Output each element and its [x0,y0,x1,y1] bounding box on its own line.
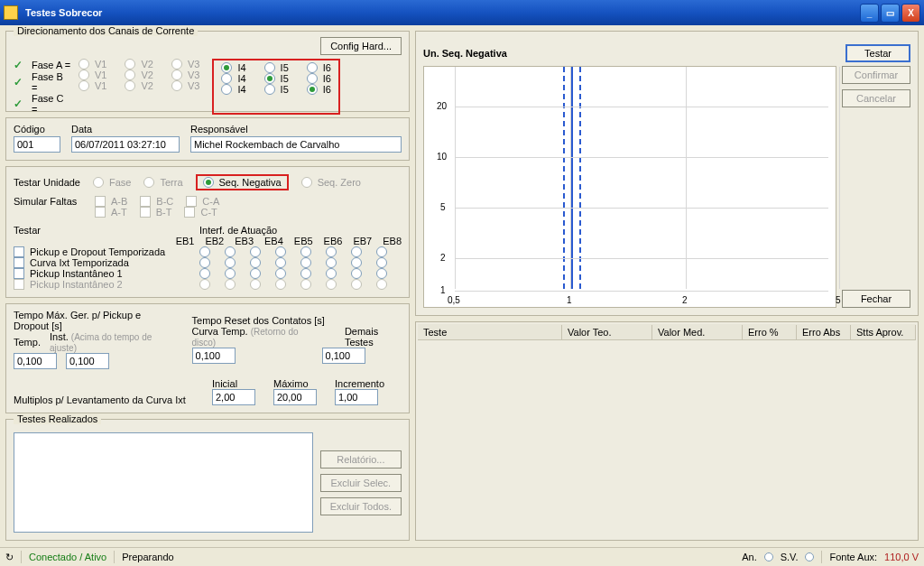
t2-check[interactable] [14,257,24,268]
fase-radio [93,177,104,188]
close-button[interactable]: X [901,4,920,23]
prep-status: Preparando [122,552,174,562]
inicial-input[interactable] [212,389,255,405]
curva-input[interactable] [192,348,236,364]
check-icon: ✓ [14,97,23,110]
codigo-input[interactable] [14,136,60,153]
i6-b-radio[interactable] [307,73,318,84]
sv-indicator [805,552,814,561]
i4-a-radio[interactable] [221,62,232,73]
titlebar: Testes Sobrecor _ ▭ X [0,0,924,25]
identification-group: Código Data Responsável [5,117,410,161]
an-indicator [764,552,773,561]
test-config-group: Testar Unidade Fase Terra Seq. Negativa … [5,166,410,298]
i6-c-radio[interactable] [307,84,318,95]
t3-check[interactable] [14,268,24,279]
results-header: Teste Valor Teo. Valor Med. Erro % Erro … [418,324,916,340]
temp-input[interactable] [14,353,57,369]
testar-label: Testar [14,225,194,236]
resp-input[interactable] [190,136,402,153]
plot-marker-dash [563,67,565,289]
simular-faltas-label: Simular Faltas [14,196,82,207]
results-body[interactable] [418,340,916,538]
check-icon: ✓ [14,76,23,88]
refresh-icon[interactable]: ↻ [5,552,14,563]
phase-a-label: Fase A = [32,60,70,70]
i4-c-radio[interactable] [221,84,232,95]
t4-check [14,279,24,290]
excluir-selec-button[interactable]: Excluir Selec. [320,474,402,492]
results-group: Teste Valor Teo. Valor Med. Erro % Erro … [415,321,919,541]
routing-legend: Direcionamento dos Canais de Corrente [14,25,198,36]
v1-a-radio [79,59,89,70]
minimize-button[interactable]: _ [860,4,879,23]
testar-unidade-label: Testar Unidade [14,177,80,188]
data-label: Data [71,124,180,135]
incremento-input[interactable] [335,389,378,405]
config-hard-button[interactable]: Config Hard... [320,37,402,55]
plot-title: Un. Seq. Negativa [423,48,507,59]
plot-marker-dash [579,67,581,289]
interf-label: Interf. de Atuação [199,225,277,236]
statusbar: ↻ Conectado / Ativo Preparando An. S.V. … [0,547,924,566]
i5-a-radio[interactable] [264,62,275,73]
codigo-label: Código [14,124,60,135]
seq-zero-radio [301,177,312,188]
app-icon [4,5,18,20]
maximo-input[interactable] [273,389,317,405]
phase-b-label: Fase B = [32,71,71,93]
plot-area: 20 10 5 2 1 0,5 1 2 5 [423,66,836,308]
phase-c-label: Fase C = [32,93,71,115]
terra-radio [143,177,154,188]
tests-listbox[interactable] [14,432,313,533]
timing-group: Tempo Máx. Ger. p/ Pickup e Dropout [s] … [5,303,410,413]
plot-group: Un. Seq. Negativa Testar 20 10 5 2 1 0,5 [415,31,919,316]
testar-button[interactable]: Testar [845,44,910,62]
seq-neg-radio[interactable] [203,177,214,188]
fechar-button[interactable]: Fechar [842,290,910,308]
i5-b-radio[interactable] [264,73,275,84]
i5-c-radio[interactable] [264,84,275,95]
seq-neg-highlight: Seq. Negativa [196,174,289,190]
demais-input[interactable] [322,348,365,364]
fonte-value: 110,0 V [884,552,919,562]
inst-input[interactable] [66,353,109,369]
conn-status: Conectado / Ativo [29,552,106,562]
tests-performed-group: Testes Realizados Relatório... Excluir S… [5,419,410,541]
i6-a-radio[interactable] [307,62,318,73]
current-channel-routing: Direcionamento dos Canais de Corrente Co… [5,31,410,112]
resp-label: Responsável [190,124,402,135]
excluir-todos-button[interactable]: Excluir Todos. [320,497,402,515]
check-icon: ✓ [14,59,23,71]
relatorio-button[interactable]: Relatório... [320,450,402,469]
i4-b-radio[interactable] [221,73,232,84]
cancelar-button[interactable]: Cancelar [842,89,910,107]
current-channel-highlight: I4I4I4 I5I5I5 I6I6I6 [212,59,340,115]
window-title: Testes Sobrecor [22,7,858,18]
maximize-button[interactable]: ▭ [881,4,900,23]
t1-check[interactable] [14,246,24,257]
confirmar-button[interactable]: Confirmar [842,66,910,84]
data-input[interactable] [71,136,180,153]
